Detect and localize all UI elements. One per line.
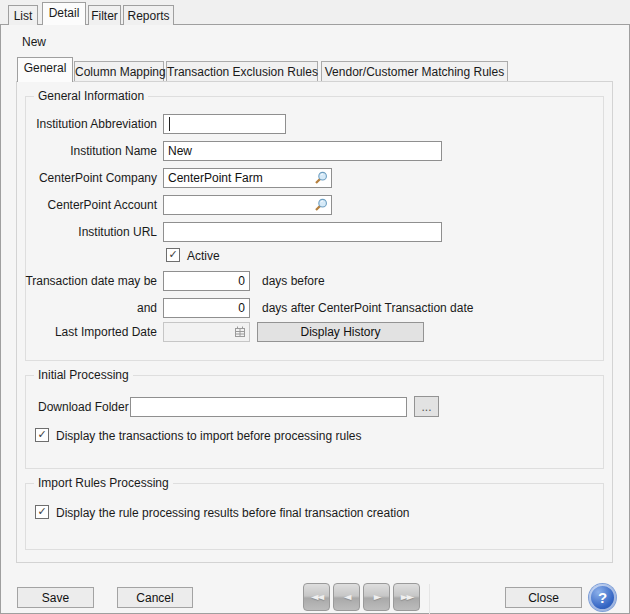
groupbox-initial-processing: Initial Processing bbox=[25, 375, 604, 469]
save-button[interactable]: Save bbox=[17, 587, 94, 608]
subtab-general[interactable]: General bbox=[17, 57, 73, 82]
last-imported-date-label: Last Imported Date bbox=[20, 325, 157, 339]
double-right-arrow-icon: ►► bbox=[401, 591, 412, 602]
display-transactions-checkbox[interactable]: ✓ bbox=[35, 428, 49, 442]
subtab-transaction-exclusion-rules[interactable]: Transaction Exclusion Rules bbox=[166, 61, 318, 81]
double-left-arrow-icon: ◄◄ bbox=[311, 591, 322, 602]
institution-abbreviation-label: Institution Abbreviation bbox=[20, 117, 157, 131]
display-transactions-checkbox-label: Display the transactions to import befor… bbox=[56, 429, 361, 443]
subtab-column-mapping[interactable]: Column Mapping bbox=[74, 61, 164, 81]
centerpoint-company-field[interactable] bbox=[163, 168, 332, 188]
centerpoint-company-label: CenterPoint Company bbox=[20, 171, 157, 185]
nav-last-record-button[interactable]: ►► bbox=[393, 583, 420, 611]
company-lookup-magnifier-icon[interactable] bbox=[314, 171, 328, 185]
download-folder-field[interactable] bbox=[130, 397, 407, 417]
days-before-label: Transaction date may be bbox=[20, 274, 157, 288]
tab-filter[interactable]: Filter bbox=[88, 5, 121, 25]
display-results-checkbox-label: Display the rule processing results befo… bbox=[56, 506, 410, 520]
days-after-field[interactable] bbox=[163, 298, 250, 318]
institution-name-field[interactable] bbox=[163, 141, 442, 161]
check-icon: ✓ bbox=[37, 505, 46, 518]
groupbox-import-rules-processing-title: Import Rules Processing bbox=[34, 476, 173, 490]
record-title: New bbox=[22, 35, 46, 49]
left-arrow-icon: ◄ bbox=[344, 591, 350, 602]
footer-divider bbox=[429, 584, 430, 614]
days-after-suffix: days after CenterPoint Transaction date bbox=[262, 301, 473, 315]
help-icon[interactable]: ? bbox=[589, 584, 616, 611]
institution-name-label: Institution Name bbox=[20, 144, 157, 158]
check-icon: ✓ bbox=[37, 428, 46, 441]
calendar-icon bbox=[234, 326, 246, 338]
tab-reports[interactable]: Reports bbox=[123, 5, 174, 25]
active-checkbox-label: Active bbox=[187, 249, 220, 263]
close-button[interactable]: Close bbox=[505, 587, 582, 608]
centerpoint-account-label: CenterPoint Account bbox=[20, 198, 157, 212]
import-detail-window: List Detail Filter Reports New General C… bbox=[0, 0, 630, 614]
days-before-suffix: days before bbox=[262, 274, 325, 288]
subtab-vendor-customer-matching-rules[interactable]: Vendor/Customer Matching Rules bbox=[321, 61, 508, 81]
check-icon: ✓ bbox=[168, 248, 177, 261]
nav-next-record-button[interactable]: ► bbox=[363, 583, 390, 611]
nav-previous-record-button[interactable]: ◄ bbox=[333, 583, 360, 611]
institution-abbreviation-field[interactable] bbox=[163, 114, 286, 134]
days-before-field[interactable] bbox=[163, 271, 250, 291]
tab-list[interactable]: List bbox=[8, 5, 38, 25]
groupbox-initial-processing-title: Initial Processing bbox=[34, 368, 133, 382]
centerpoint-account-field[interactable] bbox=[163, 195, 332, 215]
days-after-label: and bbox=[20, 301, 157, 315]
institution-url-field[interactable] bbox=[163, 222, 442, 242]
groupbox-general-information-title: General Information bbox=[34, 89, 148, 103]
download-folder-label: Download Folder bbox=[38, 400, 129, 414]
tab-detail[interactable]: Detail bbox=[42, 2, 86, 25]
right-arrow-icon: ► bbox=[374, 591, 380, 602]
active-checkbox[interactable]: ✓ bbox=[166, 248, 180, 262]
browse-folder-button[interactable]: ... bbox=[414, 396, 439, 417]
institution-url-label: Institution URL bbox=[20, 225, 157, 239]
display-results-checkbox[interactable]: ✓ bbox=[35, 505, 49, 519]
display-history-button[interactable]: Display History bbox=[257, 322, 424, 342]
cancel-button[interactable]: Cancel bbox=[117, 587, 193, 608]
account-lookup-magnifier-icon[interactable] bbox=[314, 198, 328, 212]
text-cursor bbox=[169, 117, 170, 131]
nav-first-record-button[interactable]: ◄◄ bbox=[303, 583, 330, 611]
